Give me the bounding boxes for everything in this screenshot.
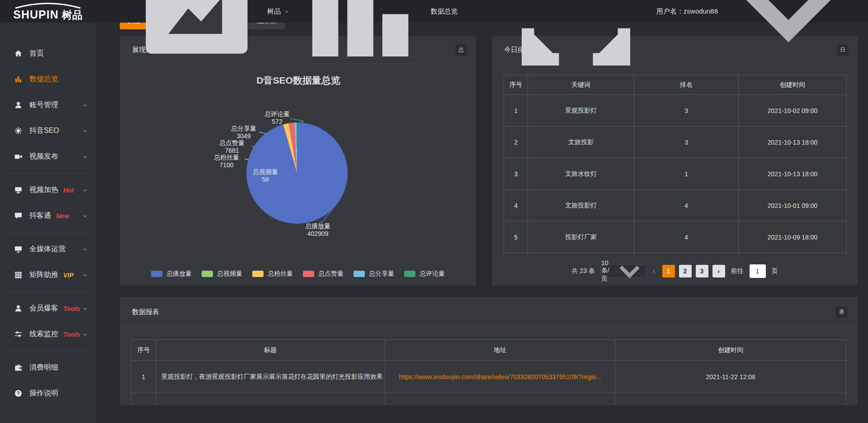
legend-swatch (404, 271, 415, 277)
sidebar-item-data-overview[interactable]: 数据总览 (0, 66, 96, 92)
sidebar-item-matrix-boost[interactable]: 矩阵助推VIP (0, 262, 96, 288)
table-cell: 2021-10-02 09:00 (739, 95, 847, 127)
chart-icon (292, 0, 428, 79)
grid-icon (14, 271, 23, 279)
user-menu[interactable]: 用户名：zswodun88 (656, 0, 856, 79)
goto-label: 前往 (731, 267, 744, 275)
goto-unit: 页 (772, 267, 778, 275)
page-button-3[interactable]: 3 (696, 265, 708, 277)
chevron-down-icon (721, 0, 856, 79)
table-cell: 1 (634, 158, 739, 190)
sidebar-item-video-heat[interactable]: 视频加热Hot (0, 177, 96, 203)
next-page-button[interactable]: › (712, 265, 725, 277)
logo-text-en: SHUPIN (13, 9, 58, 20)
page-button-1[interactable]: 1 (662, 265, 675, 277)
breadcrumb: 树品 > 数据总览 (129, 0, 458, 79)
table-cell: 3 (634, 95, 739, 127)
app-logo[interactable]: SHUPIN 树品 (0, 3, 96, 20)
sidebar-item-help[interactable]: ?操作说明 (0, 381, 96, 406)
report-table: 序号标题地址创建时间 1景观投影灯，夜游景观投影灯厂家展示展示落花灯在花园里的灯… (131, 339, 846, 405)
menu-divider (7, 232, 89, 233)
report-video-link[interactable]: https://www.iesdouyin.com/share/video/70… (391, 373, 609, 381)
breadcrumb-root[interactable]: 树品 (129, 0, 281, 79)
chat-icon (14, 212, 23, 220)
table-cell: 4 (634, 221, 739, 253)
chevron-down-icon (82, 306, 88, 311)
table-cell: 景观投影灯 (528, 95, 634, 127)
table-cell: 4 (634, 190, 739, 221)
page-button-2[interactable]: 2 (679, 265, 692, 277)
sidebar-item-badge: VIP (63, 272, 74, 279)
report-col-header: 创建时间 (615, 340, 846, 361)
sliders-icon (14, 330, 23, 338)
report-badge[interactable]: 表 (836, 306, 848, 318)
legend-label: 总点赞量 (318, 270, 344, 278)
chevron-down-icon (82, 103, 88, 108)
report-index: 1 (132, 361, 156, 393)
sidebar-item-label: 消费明细 (29, 363, 58, 372)
breadcrumb-separator: > (285, 8, 288, 15)
sidebar-menu: 首页数据总览账号管理抖音SEO视频发布视频加热Hot抖客通New全媒体运营矩阵助… (0, 23, 96, 406)
sidebar-item-label: 矩阵助推 (29, 270, 58, 280)
table-row: 2文旅投影32021-10-13 18:00 (504, 127, 847, 158)
menu-divider (7, 351, 89, 351)
wallet-icon (14, 363, 23, 372)
sidebar-item-clue-monitor[interactable]: 线索监控Tools (0, 321, 96, 347)
sidebar-item-home[interactable]: 首页 (0, 41, 96, 66)
sidebar-item-label: 全媒体运营 (29, 244, 66, 254)
prev-page-button[interactable]: ‹ (652, 267, 656, 276)
sidebar-item-label: 视频发布 (29, 152, 58, 161)
breadcrumb-current[interactable]: 数据总览 (292, 0, 458, 79)
table-row-clipped (504, 253, 847, 259)
sidebar-item-member-burst[interactable]: 会员爆客Tools (0, 296, 96, 321)
legend-swatch (151, 271, 162, 277)
table-row: 5投影灯厂家42021-10-09 18:00 (504, 221, 847, 253)
sidebar-item-label: 线索监控 (29, 329, 58, 339)
legend-item[interactable]: 总视频量 (202, 270, 242, 278)
table-cell: 1 (504, 95, 528, 127)
fullscreen-icon[interactable] (508, 0, 644, 79)
sidebar-item-consume-detail[interactable]: 消费明细 (0, 355, 96, 381)
pie-label-1: 总视频量58 (253, 168, 278, 183)
question-icon: ? (14, 389, 23, 398)
sidebar-item-douyin-seo[interactable]: 抖音SEO (0, 118, 96, 144)
sidebar-item-account[interactable]: 账号管理 (0, 92, 96, 118)
user-solid-icon (14, 304, 23, 313)
table-row: 1景观投影灯32021-10-02 09:00 (504, 95, 847, 127)
sidebar-item-label: 会员爆客 (29, 304, 58, 313)
ranking-table: 序号关键词排名创建时间 1景观投影灯32021-10-02 09:002文旅投影… (504, 75, 847, 259)
goto-page-input[interactable] (750, 264, 766, 278)
legend-swatch (202, 271, 213, 277)
legend-swatch (303, 271, 314, 277)
pie-label-3: 总点赞量7681 (219, 139, 245, 155)
report-video-title: 景观投影灯，夜游景观投影灯厂家展示展示落花灯在花园里的灯光投影应用效果 # (156, 361, 385, 393)
breadcrumb-current-label: 数据总览 (431, 7, 458, 16)
table-cell: 文旅水纹灯 (528, 158, 634, 190)
video-camera-icon (14, 152, 23, 161)
svg-text:?: ? (17, 391, 19, 396)
table-cell: 2 (504, 127, 528, 158)
legend-item[interactable]: 总播放量 (151, 270, 192, 278)
table-cell: 2021-10-01 09:00 (739, 190, 847, 221)
sidebar-item-label: 操作说明 (29, 389, 58, 398)
report-created-time: 2021-11-22 12:08 (615, 361, 846, 393)
legend-item[interactable]: 总评论量 (404, 270, 445, 278)
pie-label-0: 总播放量402909 (305, 222, 330, 238)
report-col-header: 地址 (385, 340, 615, 361)
report-col-header: 标题 (156, 340, 385, 361)
table-cell: 文旅投影灯 (528, 190, 634, 221)
legend-swatch (252, 271, 264, 277)
sidebar: 首页数据总览账号管理抖音SEO视频发布视频加热Hot抖客通New全媒体运营矩阵助… (0, 23, 96, 423)
page-size-select[interactable]: 10条/页 (601, 264, 646, 278)
legend-label: 总分享量 (369, 270, 394, 278)
legend-item[interactable]: 总分享量 (354, 270, 394, 278)
legend-item[interactable]: 总点赞量 (303, 270, 344, 278)
chart-legend: 总播放量总视频量总粉丝量总点赞量总分享量总评论量 (120, 270, 476, 278)
page-size-value: 10条/页 (601, 259, 609, 283)
table-cell: 2021-10-13 18:00 (739, 127, 847, 158)
sidebar-item-media-ops[interactable]: 全媒体运营 (0, 236, 96, 262)
chevron-down-icon (82, 247, 88, 252)
legend-item[interactable]: 总粉丝量 (252, 270, 293, 278)
sidebar-item-video-publish[interactable]: 视频发布 (0, 144, 96, 169)
sidebar-item-douketong[interactable]: 抖客通New (0, 203, 96, 229)
